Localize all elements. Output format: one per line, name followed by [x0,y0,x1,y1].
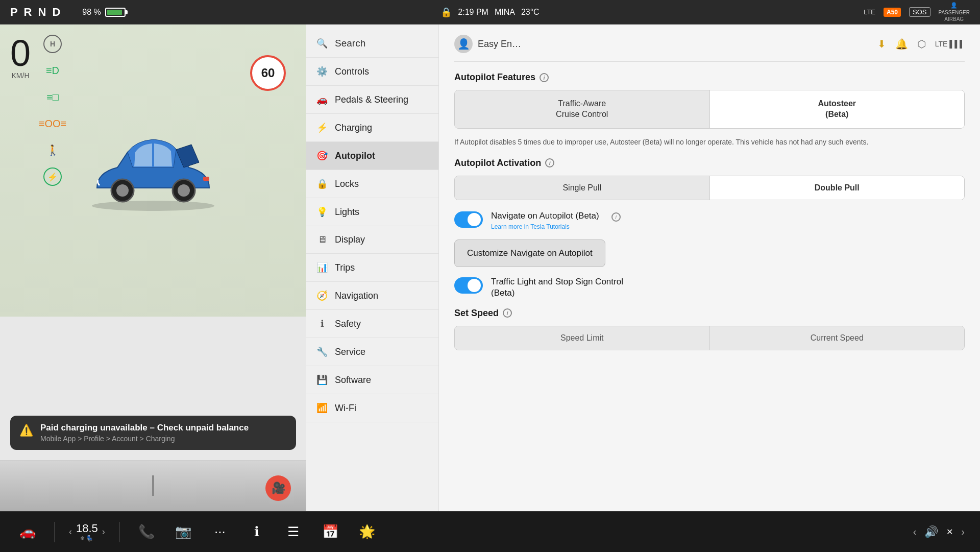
temp-down-arrow[interactable]: ‹ [69,526,72,537]
autopilot-description: If Autopilot disables 5 times due to imp… [454,137,965,148]
taskbar: 🚗 ‹ 18.5 ❄ 💺 › 📞 📷 ··· ℹ ☰ 📅 🌟 ‹ 🔊 ✕ › [0,511,980,552]
taskbar-camera-icon[interactable]: 📷 [171,520,195,544]
taskbar-menu-icon[interactable]: ☰ [281,520,306,544]
temp-up-arrow[interactable]: › [102,526,105,537]
activation-info-icon[interactable]: i [545,158,554,167]
prnd-display: P R N D [10,6,62,19]
taskbar-next-arrow[interactable]: › [961,526,965,538]
sidebar-item-pedals[interactable]: 🚗 Pedals & Steering [306,86,438,114]
taskbar-dots-icon[interactable]: ··· [208,520,232,544]
taskbar-divider-2 [119,522,120,542]
single-pull-btn[interactable]: Single Pull [455,176,710,200]
taskbar-car-icon[interactable]: 🚗 [15,520,40,544]
battery-fill [107,10,122,15]
bluetooth-icon[interactable]: ⬡ [917,38,926,50]
sidebar-item-service[interactable]: 🔧 Service [306,338,438,366]
display-label: Display [335,234,365,245]
trips-label: Trips [335,262,355,273]
right-panel-header: 👤 Easy En… ⬇ 🔔 ⬡ LTE ▌▌▌ [454,35,965,62]
right-panel: 👤 Easy En… ⬇ 🔔 ⬡ LTE ▌▌▌ Autopilot Featu… [439,25,980,511]
sidebar-item-trips[interactable]: 📊 Trips [306,254,438,282]
sidebar-item-display[interactable]: 🖥 Display [306,226,438,254]
sidebar-item-charging[interactable]: ⚡ Charging [306,114,438,142]
taskbar-star-icon[interactable]: 🌟 [355,520,379,544]
service-icon: 🔧 [316,346,328,357]
navigation-icon: 🧭 [316,290,328,301]
passenger-icon: 👤 [950,2,958,9]
feature-button-group: Traffic-AwareCruise Control Autosteer(Be… [454,90,965,129]
center-info: 🔒 2:19 PM MINA 23°C [440,7,539,18]
status-icons: H ≡D ≡□ ≡OO≡ 🚶 ⚡ [43,35,62,186]
sidebar-item-lights[interactable]: 💡 Lights [306,198,438,226]
taskbar-phone-icon[interactable]: 📞 [134,520,159,544]
volume-icon[interactable]: 🔊 [924,525,938,539]
speed-limit-btn[interactable]: Speed Limit [455,326,710,350]
speed-button-group: Speed Limit Current Speed [454,326,965,350]
charging-label: Charging [335,123,372,133]
wifi-icon: 📶 [316,402,328,414]
software-label: Software [335,375,371,386]
svg-rect-5 [203,177,209,181]
taskbar-prev-arrow[interactable]: ‹ [913,526,917,538]
sidebar-item-controls[interactable]: ⚙️ Controls [306,58,438,86]
user-name: Easy En… [478,39,521,50]
navigate-toggle-label: Navigate on Autopilot (Beta) [491,210,599,222]
bell-icon[interactable]: 🔔 [895,38,908,50]
airbag-label: AIRBAG [944,16,964,22]
software-icon: 💾 [316,374,328,386]
sidebar-item-software[interactable]: 💾 Software [306,366,438,394]
record-button[interactable]: 🎥 [265,475,291,501]
sidebar-item-wifi[interactable]: 📶 Wi-Fi [306,394,438,422]
temp-sub-icons: ❄ 💺 [76,535,98,542]
lock-icon: 🔒 [440,7,452,18]
battery-info: 98 % [82,8,125,17]
lte-badge: LTE [864,8,875,16]
sidebar-item-navigation[interactable]: 🧭 Navigation [306,282,438,310]
service-label: Service [335,347,365,357]
temperature-control: ‹ 18.5 ❄ 💺 › [69,522,105,542]
sidebar-item-safety[interactable]: ℹ Safety [306,310,438,338]
notification-banner: ⚠️ Paid charging unavailable – Check unp… [10,416,296,450]
taskbar-calendar-icon[interactable]: 📅 [318,520,342,544]
search-item[interactable]: 🔍 Search [306,30,438,58]
search-icon: 🔍 [316,38,328,49]
wifi-label: Wi-Fi [335,403,356,414]
download-icon[interactable]: ⬇ [877,38,886,50]
safety-label: Safety [335,319,361,329]
activation-section: Autopilot Activation i Single Pull Doubl… [454,158,965,200]
customize-navigate-btn[interactable]: Customize Navigate on Autopilot [454,239,605,267]
traffic-aware-btn[interactable]: Traffic-AwareCruise Control [455,90,710,128]
set-speed-info-icon[interactable]: i [503,308,512,318]
activation-label: Autopilot Activation [454,158,541,169]
navigate-autopilot-toggle[interactable] [454,211,483,228]
current-speed-btn[interactable]: Current Speed [710,326,965,350]
autosteer-btn[interactable]: Autosteer(Beta) [710,90,965,128]
status-bar: P R N D 98 % 🔒 2:19 PM MINA 23°C LTE A50… [0,0,980,25]
traffic-light-toggle[interactable] [454,277,483,294]
locks-icon: 🔒 [316,178,328,189]
autopilot-icon: 🎯 [316,150,328,161]
taskbar-info-icon[interactable]: ℹ [244,520,269,544]
traffic-light-row: Traffic Light and Stop Sign Control(Beta… [454,276,965,299]
lights-label: Lights [335,207,359,218]
safety-icon: ℹ [316,318,328,329]
navigate-toggle-slider [454,211,483,228]
main-content: 0 KM/H H ≡D ≡□ ≡OO≡ 🚶 ⚡ 60 [0,25,980,511]
sidebar-item-autopilot[interactable]: 🎯 Autopilot [306,142,438,170]
temp-display-group: 18.5 ❄ 💺 [76,522,98,542]
controls-label: Controls [335,66,369,77]
odometer-icon: ≡OO≡ [43,114,62,133]
svg-point-4 [178,184,190,197]
autopilot-features-info-icon[interactable]: i [540,73,549,82]
navigate-info-icon[interactable]: i [611,212,621,222]
notification-text: Paid charging unavailable – Check unpaid… [40,423,249,443]
double-pull-btn[interactable]: Double Pull [710,176,965,200]
right-status-area: LTE A50 SOS 👤 PASSENGER AIRBAG [864,2,970,22]
notification-title: Paid charging unavailable – Check unpaid… [40,423,249,433]
trips-icon: 📊 [316,262,328,273]
mute-icon[interactable]: ✕ [946,527,953,537]
taskbar-right: ‹ 🔊 ✕ › [913,525,965,539]
sidebar-item-locks[interactable]: 🔒 Locks [306,170,438,198]
h-icon: H [43,35,62,53]
user-profile[interactable]: 👤 Easy En… [454,35,521,53]
